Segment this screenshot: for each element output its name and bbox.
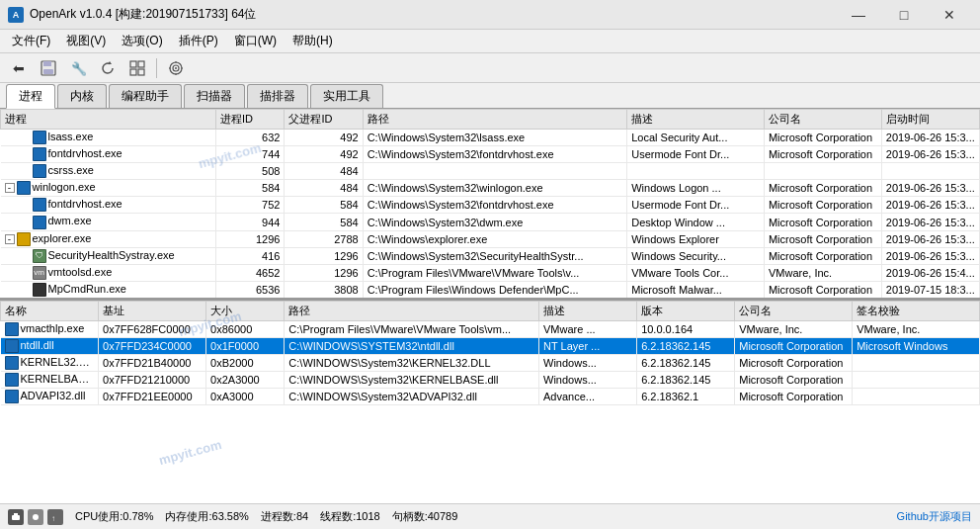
svg-rect-2 [43,69,53,74]
status-left: ↑ CPU使用:0.78% 内存使用:63.58% 进程数:84 线程数:101… [8,509,457,525]
svg-rect-6 [138,61,144,67]
col-mod-desc: 描述 [539,302,637,321]
process-table-body: lsass.exe632492C:\Windows\System32\lsass… [1,130,980,299]
module-table-body: vmacthlp.exe0x7FF628FC00000x86000C:\Prog… [1,321,980,405]
status-threads: 线程数:1018 [320,509,380,524]
status-icon-2 [28,509,43,525]
col-start: 启动时间 [881,110,979,130]
title-text: OpenArk v1.0.4 [构建:201907151733] 64位 [30,6,256,23]
col-process: 进程 [1,110,216,130]
menu-item-文件f[interactable]: 文件(F) [4,31,58,51]
list-item[interactable]: ntdll.dll0x7FFD234C00000x1F0000C:\WINDOW… [1,338,980,355]
table-row[interactable]: fontdrvhost.exe752584C:\Windows\System32… [1,197,980,214]
title-left: A OpenArk v1.0.4 [构建:201907151733] 64位 [8,6,256,23]
module-table: 名称 基址 大小 路径 描述 版本 公司名 签名校验 vmacthlp.exe0… [0,301,980,405]
table-row[interactable]: lsass.exe632492C:\Windows\System32\lsass… [1,130,980,146]
maximize-button[interactable]: □ [881,0,927,30]
toolbar-save-button[interactable] [36,56,61,80]
svg-point-18 [33,514,39,520]
title-controls: — □ ✕ [836,0,972,30]
toolbar-grid-button[interactable] [124,56,150,80]
svg-text:↑: ↑ [51,514,55,522]
tab-进程[interactable]: 进程 [6,84,55,109]
list-item[interactable]: KERNELBASE.dll0x7FFD212100000x2A3000C:\W… [1,372,980,389]
table-row[interactable]: -winlogon.exe584484C:\Windows\System32\w… [1,180,980,197]
table-row[interactable]: fontdrvhost.exe744492C:\Windows\System32… [1,146,980,163]
menu-bar: 文件(F)视图(V)选项(O)插件(P)窗口(W)帮助(H) [0,30,980,53]
menu-item-窗口w[interactable]: 窗口(W) [226,31,285,51]
svg-rect-8 [138,69,144,75]
table-row[interactable]: csrss.exe508484 [1,163,980,180]
tab-实用工具[interactable]: 实用工具 [310,84,383,108]
svg-rect-7 [130,69,136,75]
toolbar-wrench-button[interactable]: 🔧 [65,56,91,80]
col-path: 路径 [363,110,627,130]
toolbar-separator [156,58,157,78]
minimize-button[interactable]: — [836,0,881,30]
col-ppid: 父进程ID [285,110,363,130]
status-icon-3: ↑ [47,509,63,525]
toolbar-back-button[interactable]: ⬅ [6,56,32,80]
tab-描排器[interactable]: 描排器 [247,84,308,108]
status-handles: 句柄数:40789 [392,509,458,524]
status-memory: 内存使用:63.58% [165,509,248,524]
col-mod-base: 基址 [99,302,206,321]
list-item[interactable]: vmacthlp.exe0x7FF628FC00000x86000C:\Prog… [1,321,980,338]
tab-bar: 进程内核编程助手扫描器描排器实用工具 [0,83,980,109]
process-table-header: 进程 进程ID 父进程ID 路径 描述 公司名 启动时间 [1,110,980,130]
tab-编程助手[interactable]: 编程助手 [109,84,182,108]
menu-item-帮助h[interactable]: 帮助(H) [285,31,341,51]
status-icons: ↑ [8,509,63,525]
module-section: 名称 基址 大小 路径 描述 版本 公司名 签名校验 vmacthlp.exe0… [0,301,980,503]
list-item[interactable]: ADVAPI32.dll0x7FFD21EE00000xA3000C:\WIND… [1,389,980,405]
col-desc: 描述 [627,110,765,130]
status-bar: ↑ CPU使用:0.78% 内存使用:63.58% 进程数:84 线程数:101… [0,503,980,529]
list-item[interactable]: KERNEL32.DLL0x7FFD21B400000xB2000C:\WIND… [1,355,980,372]
main-content: 进程 进程ID 父进程ID 路径 描述 公司名 启动时间 lsass.exe63… [0,109,980,503]
app-icon-text: A [13,10,20,20]
status-cpu: CPU使用:0.78% [75,509,153,524]
github-link[interactable]: Github开源项目 [897,509,972,524]
toolbar-refresh-button[interactable] [95,56,121,80]
svg-rect-17 [14,513,18,516]
svg-point-11 [175,67,177,69]
table-row[interactable]: -explorer.exe12962788C:\Windows\explorer… [1,230,980,247]
svg-text:🔧: 🔧 [71,60,86,76]
col-company: 公司名 [764,110,881,130]
col-mod-company: 公司名 [735,302,853,321]
module-table-header: 名称 基址 大小 路径 描述 版本 公司名 签名校验 [1,302,980,321]
col-mod-size: 大小 [206,302,285,321]
process-section: 进程 进程ID 父进程ID 路径 描述 公司名 启动时间 lsass.exe63… [0,109,980,301]
status-icon-1 [8,509,24,525]
menu-item-插件p[interactable]: 插件(P) [171,31,226,51]
close-button[interactable]: ✕ [927,0,972,30]
toolbar: ⬅ 🔧 [0,53,980,83]
table-row[interactable]: 🛡SecurityHealthSystray.exe4161296C:\Wind… [1,247,980,264]
menu-item-选项o[interactable]: 选项(O) [114,31,170,51]
app-icon: A [8,7,24,23]
col-mod-name: 名称 [1,302,99,321]
module-table-container[interactable]: 名称 基址 大小 路径 描述 版本 公司名 签名校验 vmacthlp.exe0… [0,301,980,503]
col-mod-path: 路径 [285,302,539,321]
table-row[interactable]: MpCmdRun.exe65363808C:\Program Files\Win… [1,281,980,298]
svg-rect-5 [130,61,136,67]
table-row[interactable]: dwm.exe944584C:\Windows\System32\dwm.exe… [1,214,980,230]
status-processes: 进程数:84 [261,509,308,524]
table-row[interactable]: vmvmtoolsd.exe46521296C:\Program Files\V… [1,264,980,281]
col-pid: 进程ID [216,110,285,130]
col-mod-sig: 签名校验 [853,302,980,321]
process-table-container[interactable]: 进程 进程ID 父进程ID 路径 描述 公司名 启动时间 lsass.exe63… [0,109,980,298]
col-mod-ver: 版本 [637,302,735,321]
title-bar: A OpenArk v1.0.4 [构建:201907151733] 64位 —… [0,0,980,30]
toolbar-target-button[interactable] [163,56,189,80]
tab-扫描器[interactable]: 扫描器 [184,84,245,108]
menu-item-视图v[interactable]: 视图(V) [58,31,114,51]
process-table: 进程 进程ID 父进程ID 路径 描述 公司名 启动时间 lsass.exe63… [0,109,980,298]
tab-内核[interactable]: 内核 [57,84,107,108]
svg-rect-1 [43,61,51,66]
